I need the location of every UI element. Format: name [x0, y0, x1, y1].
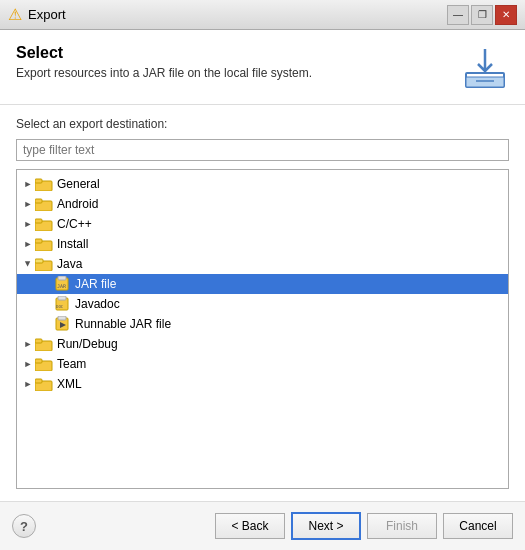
expand-arrow-android: ► [21, 197, 35, 211]
next-button[interactable]: Next > [291, 512, 361, 540]
tree-item-android[interactable]: ► Android [17, 194, 508, 214]
footer-left: ? [12, 514, 36, 538]
folder-icon-java [35, 256, 53, 272]
svg-rect-10 [35, 239, 42, 243]
jar-file-icon: JAR [53, 276, 71, 292]
footer-section: ? < Back Next > Finish Cancel [0, 501, 525, 550]
tree-label-javadoc: Javadoc [75, 297, 120, 311]
folder-icon-xml [35, 376, 53, 392]
expand-arrow-xml: ► [21, 377, 35, 391]
svg-rect-1 [466, 77, 504, 87]
tree-item-cpp[interactable]: ► C/C++ [17, 214, 508, 234]
svg-rect-25 [35, 359, 42, 363]
expand-arrow-cpp: ► [21, 217, 35, 231]
tree-item-runnable-jar[interactable]: Runnable JAR file [17, 314, 508, 334]
header-title: Select [16, 44, 461, 62]
tree-label-general: General [57, 177, 100, 191]
svg-rect-27 [35, 379, 42, 383]
runnable-jar-icon [53, 316, 71, 332]
tree-item-jar-file[interactable]: JAR JAR file [17, 274, 508, 294]
export-icon [461, 44, 509, 92]
folder-icon-team [35, 356, 53, 372]
svg-text:DOC: DOC [56, 304, 64, 309]
footer-buttons: < Back Next > Finish Cancel [215, 512, 513, 540]
filter-input[interactable] [16, 139, 509, 161]
tree-label-java: Java [57, 257, 82, 271]
tree-label-android: Android [57, 197, 98, 211]
tree-label-cpp: C/C++ [57, 217, 92, 231]
svg-rect-4 [35, 179, 42, 183]
header-text: Select Export resources into a JAR file … [16, 44, 461, 80]
svg-rect-6 [35, 199, 42, 203]
tree-item-run-debug[interactable]: ► Run/Debug [17, 334, 508, 354]
title-bar-left: ⚠ Export [8, 5, 66, 24]
tree-item-team[interactable]: ► Team [17, 354, 508, 374]
svg-rect-17 [58, 296, 66, 300]
tree-label-xml: XML [57, 377, 82, 391]
help-button[interactable]: ? [12, 514, 36, 538]
folder-icon-run-debug [35, 336, 53, 352]
svg-rect-23 [35, 339, 42, 343]
title-bar-controls: — ❐ ✕ [447, 5, 517, 25]
tree-item-javadoc[interactable]: DOC Javadoc [17, 294, 508, 314]
window-title: Export [28, 7, 66, 22]
tree-item-general[interactable]: ► General [17, 174, 508, 194]
expand-arrow-team: ► [21, 357, 35, 371]
finish-button[interactable]: Finish [367, 513, 437, 539]
restore-button[interactable]: ❐ [471, 5, 493, 25]
expand-arrow-install: ► [21, 237, 35, 251]
javadoc-icon: DOC [53, 296, 71, 312]
svg-rect-14 [58, 276, 66, 280]
cancel-button[interactable]: Cancel [443, 513, 513, 539]
minimize-button[interactable]: — [447, 5, 469, 25]
title-bar: ⚠ Export — ❐ ✕ [0, 0, 525, 30]
folder-icon-install [35, 236, 53, 252]
tree-label-run-debug: Run/Debug [57, 337, 118, 351]
export-svg-icon [462, 45, 508, 91]
expand-arrow-run-debug: ► [21, 337, 35, 351]
tree-item-java[interactable]: ► Java [17, 254, 508, 274]
svg-rect-20 [58, 316, 66, 320]
tree-label-team: Team [57, 357, 86, 371]
back-button[interactable]: < Back [215, 513, 285, 539]
tree-item-install[interactable]: ► Install [17, 234, 508, 254]
expand-arrow-general: ► [21, 177, 35, 191]
tree-container[interactable]: ► General ► Android ► C/C++ [16, 169, 509, 489]
warning-icon: ⚠ [8, 5, 22, 24]
content-section: Select an export destination: ► General … [0, 105, 525, 501]
tree-label-runnable-jar: Runnable JAR file [75, 317, 171, 331]
tree-label-install: Install [57, 237, 88, 251]
svg-rect-8 [35, 219, 42, 223]
folder-icon-cpp [35, 216, 53, 232]
svg-text:JAR: JAR [57, 283, 67, 289]
destination-label: Select an export destination: [16, 117, 509, 131]
folder-icon-android [35, 196, 53, 212]
tree-item-xml[interactable]: ► XML [17, 374, 508, 394]
folder-icon-general [35, 176, 53, 192]
expand-arrow-java: ► [21, 257, 35, 271]
dialog-body: Select Export resources into a JAR file … [0, 30, 525, 550]
header-description: Export resources into a JAR file on the … [16, 66, 461, 80]
header-section: Select Export resources into a JAR file … [0, 30, 525, 105]
svg-rect-12 [35, 259, 43, 263]
close-button[interactable]: ✕ [495, 5, 517, 25]
tree-label-jar-file: JAR file [75, 277, 116, 291]
